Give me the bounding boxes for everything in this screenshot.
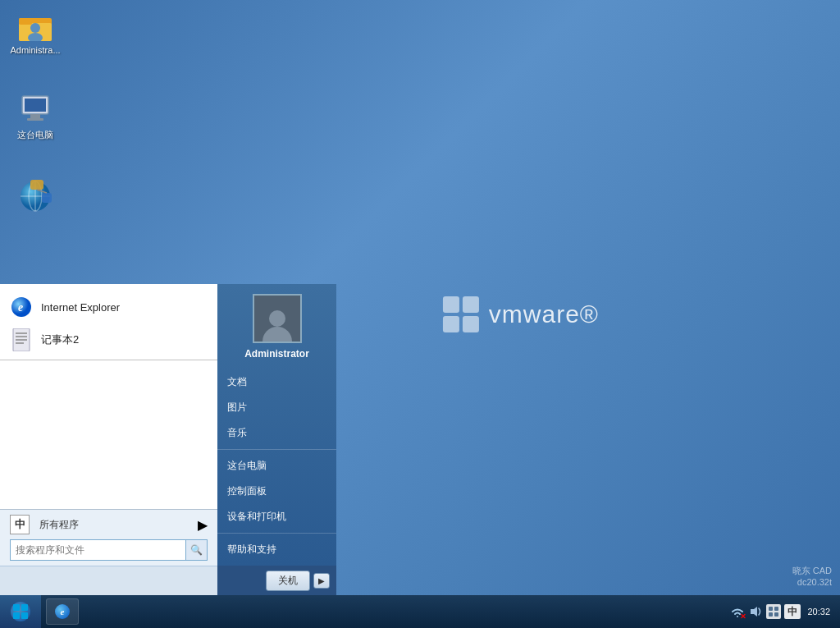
svg-rect-23 bbox=[13, 604, 20, 611]
start-app-ie[interactable]: e Internet Explorer bbox=[0, 291, 217, 323]
start-menu-links: 文档 图片 音乐 这台电脑 控制面板 设备和打印机 帮助和支持 bbox=[217, 366, 336, 566]
watermark: 晓东 CAD dc20.32t bbox=[792, 565, 832, 587]
all-programs-label: 所有程序 bbox=[39, 518, 79, 532]
ie-taskbar-icon: e bbox=[55, 604, 70, 619]
search-input[interactable] bbox=[10, 539, 186, 561]
all-programs-row[interactable]: 中 所有程序 ▶ bbox=[10, 515, 208, 534]
vmware-squares-icon bbox=[443, 296, 479, 332]
vmware-logo-text: vmware® bbox=[489, 300, 599, 328]
svg-rect-7 bbox=[30, 114, 40, 118]
start-menu-left: e Internet Explorer bbox=[0, 284, 217, 566]
tray-ime-icon[interactable]: 中 bbox=[784, 604, 801, 619]
watermark-line1: 晓东 CAD bbox=[792, 565, 832, 577]
watermark-line2: dc20.32t bbox=[792, 577, 832, 587]
start-app-notepad[interactable]: 记事本2 bbox=[0, 323, 217, 356]
avatar-head bbox=[269, 310, 285, 327]
globe-icon bbox=[19, 180, 52, 213]
links-separator-1 bbox=[217, 449, 336, 450]
network-x-indicator: ✕ bbox=[740, 612, 746, 621]
user-profile-area: Administrator bbox=[217, 284, 336, 366]
start-left-bottom: 中 所有程序 ▶ 🔍 bbox=[0, 509, 217, 566]
links-separator-2 bbox=[217, 533, 336, 534]
desktop-icon-internet[interactable] bbox=[7, 176, 64, 218]
computer-icon bbox=[19, 94, 52, 126]
svg-rect-14 bbox=[42, 193, 52, 203]
svg-rect-26 bbox=[21, 612, 28, 619]
notepad-label: 记事本2 bbox=[41, 332, 79, 347]
svg-rect-30 bbox=[774, 612, 778, 617]
ime-box: 中 bbox=[10, 515, 30, 534]
start-menu-right: Administrator 文档 图片 音乐 这台电脑 控制面板 设备和打印机 … bbox=[217, 284, 336, 566]
tray-vmware-tools-icon[interactable] bbox=[766, 604, 781, 619]
tray-network-icon[interactable]: ✕ bbox=[730, 604, 745, 619]
start-menu-footer: 关机 ▶ bbox=[0, 566, 336, 595]
apps-separator bbox=[0, 360, 217, 360]
svg-rect-27 bbox=[769, 607, 773, 611]
clock-time: 20:32 bbox=[807, 606, 830, 617]
start-footer-right: 关机 ▶ bbox=[217, 566, 336, 595]
search-button[interactable]: 🔍 bbox=[186, 539, 208, 561]
ie-icon: e bbox=[10, 296, 33, 319]
link-pictures[interactable]: 图片 bbox=[217, 395, 336, 420]
svg-rect-2 bbox=[19, 18, 32, 25]
start-menu: e Internet Explorer bbox=[0, 284, 336, 595]
svg-text:e: e bbox=[18, 301, 23, 314]
user-avatar bbox=[253, 294, 302, 343]
link-this-pc[interactable]: 这台电脑 bbox=[217, 453, 336, 479]
start-apps-list: e Internet Explorer bbox=[0, 284, 217, 509]
start-footer-left bbox=[0, 566, 217, 595]
taskbar-apps: e bbox=[41, 595, 724, 628]
desktop: Administra... 这台电脑 bbox=[0, 0, 840, 628]
administrator-icon-label: Administra... bbox=[10, 45, 60, 55]
shutdown-button[interactable]: 关机 bbox=[266, 571, 310, 591]
administrator-icon bbox=[19, 10, 52, 43]
user-name: Administrator bbox=[244, 348, 309, 360]
svg-rect-29 bbox=[769, 612, 773, 617]
link-documents[interactable]: 文档 bbox=[217, 369, 336, 395]
svg-rect-13 bbox=[30, 180, 43, 190]
desktop-icon-administrator[interactable]: Administra... bbox=[7, 7, 64, 58]
svg-rect-8 bbox=[27, 118, 43, 121]
avatar-silhouette bbox=[254, 296, 300, 342]
svg-rect-6 bbox=[25, 99, 46, 112]
taskbar-app-ie[interactable]: e bbox=[46, 598, 79, 625]
avatar-body bbox=[262, 327, 292, 342]
link-control-panel[interactable]: 控制面板 bbox=[217, 479, 336, 504]
ie-label: Internet Explorer bbox=[41, 301, 120, 314]
link-help-support[interactable]: 帮助和支持 bbox=[217, 537, 336, 562]
taskbar-tray: ✕ 中 20:32 bbox=[724, 595, 840, 628]
start-button[interactable] bbox=[0, 595, 41, 628]
all-programs-arrow: ▶ bbox=[198, 517, 208, 533]
notepad-icon bbox=[10, 328, 33, 351]
vmware-logo-area: vmware® bbox=[443, 296, 599, 332]
search-row: 🔍 bbox=[10, 539, 208, 561]
taskbar: e ✕ bbox=[0, 595, 840, 628]
svg-rect-25 bbox=[13, 612, 20, 619]
link-devices-printers[interactable]: 设备和打印机 bbox=[217, 504, 336, 529]
this-pc-icon-label: 这台电脑 bbox=[17, 129, 53, 141]
link-music[interactable]: 音乐 bbox=[217, 420, 336, 446]
tray-speaker-icon[interactable] bbox=[748, 604, 763, 619]
svg-rect-28 bbox=[774, 607, 778, 611]
svg-point-3 bbox=[30, 23, 40, 33]
tray-clock[interactable]: 20:32 bbox=[804, 606, 833, 617]
svg-rect-24 bbox=[21, 604, 28, 611]
shutdown-arrow-button[interactable]: ▶ bbox=[313, 573, 330, 589]
windows-logo-icon bbox=[11, 602, 30, 621]
desktop-icon-this-pc[interactable]: 这台电脑 bbox=[7, 90, 64, 144]
